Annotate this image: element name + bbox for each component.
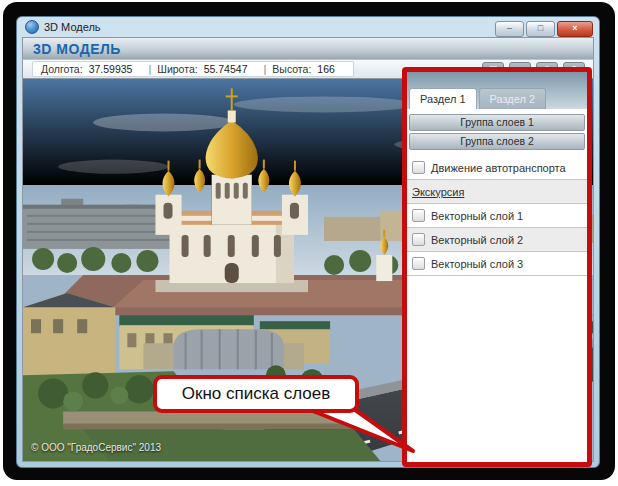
checkbox[interactable] <box>412 233 425 246</box>
app-globe-icon <box>25 20 39 34</box>
layer-label: Векторный слой 1 <box>431 210 523 222</box>
titlebar[interactable]: 3D Модель – □ × <box>17 17 599 37</box>
panel-tabstrip: Раздел 1 Раздел 2 <box>407 72 587 109</box>
separator: | <box>148 63 151 75</box>
layer-label: Движение автотранспорта <box>431 162 566 174</box>
close-button[interactable]: × <box>557 21 593 37</box>
callout: Окно списка слоев <box>153 375 359 413</box>
altitude-value: 166 <box>317 63 335 75</box>
layer-group-1-button[interactable]: Группа слоев 1 <box>409 114 585 131</box>
latitude-value: 55.74547 <box>204 63 248 75</box>
cathedral-door <box>225 263 239 283</box>
longitude-label: Долгота: <box>41 63 83 75</box>
copyright-text: © ООО "ГрадоСервис" 2013 <box>31 442 161 453</box>
grey-building <box>23 205 176 249</box>
maximize-button[interactable]: □ <box>526 21 555 37</box>
layer-row-vector-1[interactable]: Векторный слой 1 <box>407 204 587 228</box>
checkbox[interactable] <box>412 161 425 174</box>
app-window: 3D Модель – □ × 3D МОДЕЛЬ Долгота: 37.59… <box>16 16 600 468</box>
layers-panel: Раздел 1 Раздел 2 Группа слоев 1 Группа … <box>407 72 587 462</box>
layer-row-excursion[interactable]: Экскурсия <box>407 180 587 204</box>
app-header: 3D МОДЕЛЬ <box>22 37 594 59</box>
layer-row-vector-3[interactable]: Векторный слой 3 <box>407 252 587 276</box>
layer-row-vector-2[interactable]: Векторный слой 2 <box>407 228 587 252</box>
layer-row-traffic[interactable]: Движение автотранспорта <box>407 156 587 180</box>
minimize-button[interactable]: – <box>495 21 524 37</box>
checkbox[interactable] <box>412 209 425 222</box>
altitude-label: Высота: <box>272 63 311 75</box>
layer-label: Векторный слой 2 <box>431 234 523 246</box>
checkbox[interactable] <box>412 257 425 270</box>
app-title: 3D МОДЕЛЬ <box>33 41 121 57</box>
tab-section-1[interactable]: Раздел 1 <box>409 88 477 109</box>
layer-group-2-button[interactable]: Группа слоев 2 <box>409 133 585 150</box>
layer-label: Векторный слой 3 <box>431 258 523 270</box>
excursion-link[interactable]: Экскурсия <box>412 186 464 198</box>
callout-text: Окно списка слоев <box>182 384 330 404</box>
latitude-label: Широта: <box>157 63 197 75</box>
separator: | <box>263 63 266 75</box>
longitude-value: 37.59935 <box>89 63 133 75</box>
panel-body: Группа слоев 1 Группа слоев 2 Движение а… <box>407 109 587 462</box>
window-title: 3D Модель <box>44 21 101 33</box>
window-controls: – □ × <box>495 21 593 37</box>
coordinates-readout: Долгота: 37.59935 | Широта: 55.74547 | В… <box>32 61 354 77</box>
tab-section-2[interactable]: Раздел 2 <box>479 88 547 109</box>
